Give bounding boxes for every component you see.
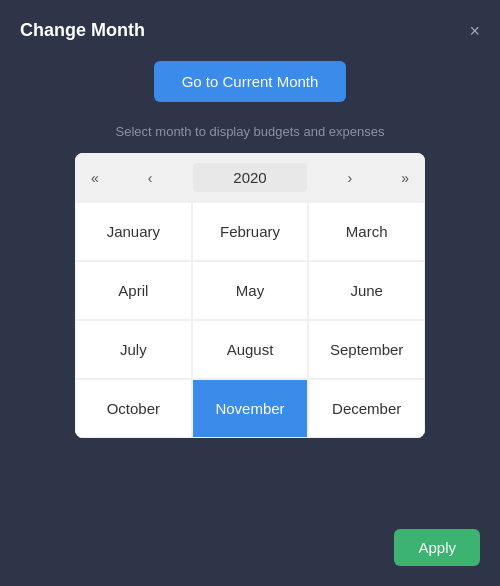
month-cell-august[interactable]: August: [192, 320, 309, 379]
modal-title: Change Month: [20, 20, 145, 41]
prev-year-button[interactable]: ‹: [140, 166, 161, 190]
month-cell-april[interactable]: April: [75, 261, 192, 320]
month-cell-february[interactable]: February: [192, 202, 309, 261]
calendar-container: « ‹ 2020 › » JanuaryFebruaryMarchAprilMa…: [75, 153, 425, 438]
month-cell-january[interactable]: January: [75, 202, 192, 261]
go-current-month-button[interactable]: Go to Current Month: [154, 61, 347, 102]
month-cell-september[interactable]: September: [308, 320, 425, 379]
change-month-modal: Change Month × Go to Current Month Selec…: [0, 0, 500, 586]
month-cell-may[interactable]: May: [192, 261, 309, 320]
apply-button[interactable]: Apply: [394, 529, 480, 566]
last-year-button[interactable]: »: [393, 166, 417, 190]
modal-header: Change Month ×: [20, 20, 480, 41]
close-icon[interactable]: ×: [469, 22, 480, 40]
month-cell-july[interactable]: July: [75, 320, 192, 379]
calendar-subtitle: Select month to display budgets and expe…: [116, 124, 385, 139]
month-cell-december[interactable]: December: [308, 379, 425, 438]
month-cell-june[interactable]: June: [308, 261, 425, 320]
month-cell-november[interactable]: November: [192, 379, 309, 438]
month-cell-march[interactable]: March: [308, 202, 425, 261]
first-year-button[interactable]: «: [83, 166, 107, 190]
calendar-header: « ‹ 2020 › »: [75, 153, 425, 202]
month-cell-october[interactable]: October: [75, 379, 192, 438]
year-label: 2020: [193, 163, 306, 192]
months-grid: JanuaryFebruaryMarchAprilMayJuneJulyAugu…: [75, 202, 425, 438]
next-year-button[interactable]: ›: [340, 166, 361, 190]
